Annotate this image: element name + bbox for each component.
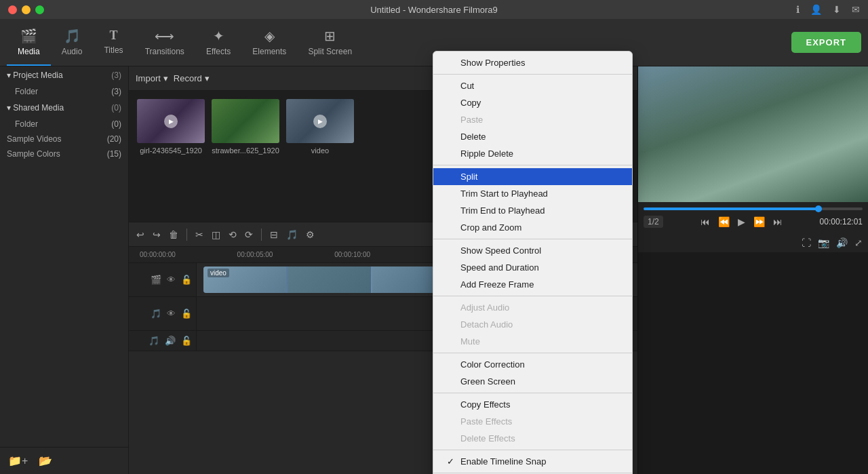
sample-colors-item[interactable]: Sample Colors (15): [0, 146, 128, 161]
cm-delete[interactable]: Delete: [433, 128, 632, 145]
cm-separator-7: [433, 450, 632, 450]
snap-icon[interactable]: ⊟: [268, 228, 280, 241]
minimize-button[interactable]: [22, 5, 31, 14]
tab-audio[interactable]: 🎵 Audio: [51, 19, 94, 66]
export-button[interactable]: EXPORT: [791, 32, 861, 53]
thumbnail-strawberry[interactable]: strawber...625_1920: [212, 99, 279, 214]
skip-forward-icon[interactable]: ⏭: [773, 216, 783, 227]
shared-media-header[interactable]: ▾ Shared Media (0): [0, 99, 128, 117]
screenshot-icon[interactable]: 📷: [818, 237, 829, 248]
shared-folder[interactable]: Folder (0): [0, 117, 128, 132]
tab-elements[interactable]: ◈ Elements: [241, 19, 297, 66]
sample-videos-item[interactable]: Sample Videos (20): [0, 132, 128, 146]
cut-icon[interactable]: ✂: [193, 228, 205, 241]
preview-scale[interactable]: 1/2: [644, 216, 663, 228]
undo2-icon[interactable]: ⟲: [226, 228, 239, 241]
effects-icon: ✦: [213, 28, 224, 44]
cm-speed-duration[interactable]: Speed and Duration: [433, 259, 632, 276]
record-chevron-icon: ▾: [205, 73, 210, 83]
sample-videos-label: Sample Videos: [7, 134, 62, 144]
cm-green-screen-label: Green Screen: [460, 376, 515, 387]
cm-ripple-delete-label: Ripple Delete: [460, 149, 513, 159]
cm-color-correction[interactable]: Color Correction: [433, 356, 632, 373]
cm-show-properties[interactable]: Show Properties: [433, 54, 632, 71]
settings-icon[interactable]: ⚙: [304, 228, 317, 241]
lock-icon[interactable]: 🔓: [181, 275, 192, 285]
project-folder[interactable]: Folder (3): [0, 84, 128, 99]
record-dropdown[interactable]: Record ▾: [174, 73, 210, 83]
trim-icon[interactable]: ◫: [210, 228, 222, 241]
play-icon[interactable]: ▶: [738, 216, 745, 227]
preview-buttons: 1/2 ⏮ ⏪ ▶ ⏩ ⏭ 00:00:12:01: [644, 216, 863, 228]
step-forward-icon[interactable]: ⏩: [753, 216, 765, 227]
toolbar-separator-2: [261, 229, 262, 241]
tab-split-screen[interactable]: ⊞ Split Screen: [297, 19, 363, 66]
info-icon[interactable]: ℹ: [796, 4, 800, 15]
cm-show-speed[interactable]: Show Speed Control: [433, 242, 632, 259]
tab-media[interactable]: 🎬 Media: [7, 19, 51, 66]
thumbnail-video[interactable]: ▶ video: [286, 99, 354, 214]
video-track-controls: 🎬 👁 🔓: [129, 263, 197, 296]
audio-eye-icon[interactable]: 👁: [167, 309, 176, 319]
project-media-header[interactable]: ▾ Project Media (3): [0, 66, 128, 84]
undo-icon[interactable]: ↩: [134, 228, 146, 241]
tab-transitions[interactable]: ⟷ Transitions: [134, 19, 195, 66]
cm-detach-audio-label: Detach Audio: [460, 319, 513, 330]
cm-paste-effects: Paste Effects: [433, 413, 632, 430]
preview-progress-bar[interactable]: [644, 208, 863, 210]
preview-progress-fill: [644, 208, 818, 210]
preview-panel: 1/2 ⏮ ⏪ ▶ ⏩ ⏭ 00:00:12:01 ⛶ 📷 🔊 ⤢: [637, 66, 868, 474]
expand-icon[interactable]: ⤢: [854, 237, 863, 248]
message-icon[interactable]: ✉: [852, 4, 860, 15]
cm-enable-snap[interactable]: ✓ Enable Timeline Snap: [433, 453, 632, 470]
cm-cut[interactable]: Cut: [433, 77, 632, 94]
cm-ripple-delete[interactable]: Ripple Delete: [433, 145, 632, 162]
preview-extra-controls: ⛶ 📷 🔊 ⤢: [638, 233, 868, 252]
cm-separator-5: [433, 353, 632, 353]
thumb-strawberry-image: [212, 99, 279, 143]
tab-effects[interactable]: ✦ Effects: [195, 19, 241, 66]
music-icon: 🎵: [149, 336, 159, 346]
step-back-icon[interactable]: ⏪: [718, 216, 730, 227]
tab-media-label: Media: [18, 47, 40, 56]
cm-green-screen[interactable]: Green Screen: [433, 373, 632, 390]
fullscreen-icon[interactable]: ⛶: [802, 237, 811, 248]
volume-icon[interactable]: 🔊: [836, 237, 848, 248]
titlebar: Untitled - Wondershare Filmora9 ℹ 👤 ⬇ ✉: [0, 0, 868, 19]
import-button[interactable]: 📂: [36, 453, 55, 469]
titlebar-icons: ℹ 👤 ⬇ ✉: [796, 4, 860, 15]
fullscreen-button[interactable]: [35, 5, 44, 14]
cm-copy-effects[interactable]: Copy Effects: [433, 396, 632, 413]
redo-icon[interactable]: ↪: [151, 228, 163, 241]
skip-back-icon[interactable]: ⏮: [701, 216, 710, 227]
extra-lock-icon[interactable]: 🔓: [181, 336, 192, 346]
cm-adjust-audio-label: Adjust Audio: [460, 302, 509, 313]
transitions-icon: ⟷: [155, 28, 174, 44]
delete-icon[interactable]: 🗑: [167, 228, 180, 241]
tab-titles[interactable]: T Titles: [93, 19, 134, 66]
audio-lock-icon[interactable]: 🔓: [181, 309, 192, 319]
ruler-mark-0: 00:00:00:00: [140, 251, 176, 258]
import-dropdown[interactable]: Import ▾: [136, 73, 168, 83]
cm-freeze-frame-label: Add Freeze Frame: [460, 279, 534, 290]
tab-split-screen-label: Split Screen: [308, 47, 352, 56]
cm-crop-zoom[interactable]: Crop and Zoom: [433, 219, 632, 236]
eye-icon[interactable]: 👁: [167, 275, 176, 285]
download-icon[interactable]: ⬇: [833, 4, 841, 15]
user-icon[interactable]: 👤: [810, 4, 822, 15]
redo2-icon[interactable]: ⟳: [243, 228, 255, 241]
new-folder-button[interactable]: 📁+: [5, 453, 31, 469]
project-media-label: Project Media: [13, 71, 62, 80]
cm-split[interactable]: Split: [433, 168, 632, 185]
volume-icon[interactable]: 🔊: [165, 336, 176, 346]
close-button[interactable]: [8, 5, 17, 14]
audio-track-controls: 🎵 👁 🔓: [129, 297, 197, 330]
cm-copy[interactable]: Copy: [433, 94, 632, 111]
audio-icon[interactable]: 🎵: [284, 228, 300, 241]
cm-trim-end[interactable]: Trim End to Playhead: [433, 202, 632, 219]
thumbnail-girl[interactable]: ▶ girl-2436545_1920: [137, 99, 205, 214]
cm-color-correction-label: Color Correction: [460, 359, 525, 370]
cm-separator-6: [433, 393, 632, 393]
cm-freeze-frame[interactable]: Add Freeze Frame: [433, 276, 632, 293]
cm-trim-start[interactable]: Trim Start to Playhead: [433, 185, 632, 202]
